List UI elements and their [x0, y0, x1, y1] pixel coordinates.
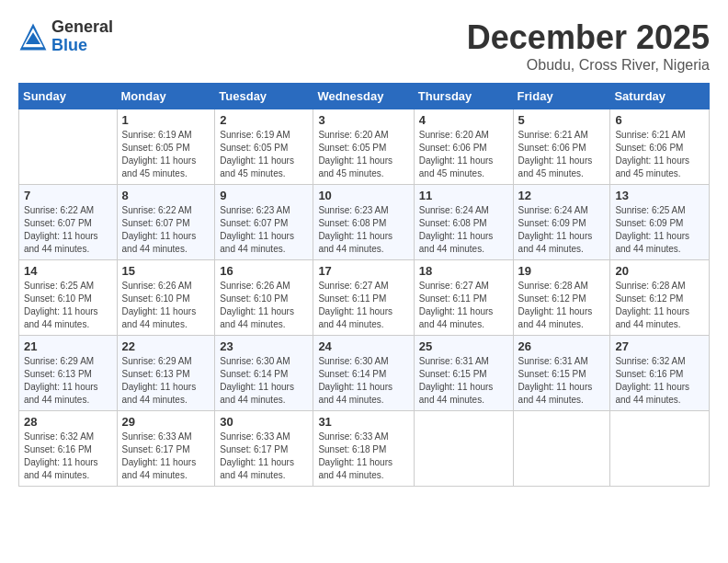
calendar-cell: 25Sunrise: 6:31 AMSunset: 6:15 PMDayligh… — [414, 336, 513, 411]
cell-info: Sunrise: 6:21 AMSunset: 6:06 PMDaylight:… — [518, 129, 606, 180]
day-number: 11 — [419, 189, 508, 202]
title-block: December 2025 Obudu, Cross River, Nigeri… — [467, 18, 710, 74]
calendar-cell: 10Sunrise: 6:23 AMSunset: 6:08 PMDayligh… — [313, 185, 414, 260]
calendar-cell: 11Sunrise: 6:24 AMSunset: 6:08 PMDayligh… — [414, 185, 513, 260]
calendar-cell: 15Sunrise: 6:26 AMSunset: 6:10 PMDayligh… — [117, 260, 215, 336]
cell-info: Sunrise: 6:19 AMSunset: 6:05 PMDaylight:… — [122, 129, 210, 180]
day-number: 24 — [318, 339, 408, 353]
day-number: 21 — [24, 339, 112, 353]
day-number: 5 — [518, 113, 606, 127]
weekday-header: Monday — [117, 84, 215, 109]
calendar-cell: 21Sunrise: 6:29 AMSunset: 6:13 PMDayligh… — [19, 336, 118, 411]
calendar-cell: 30Sunrise: 6:33 AMSunset: 6:17 PMDayligh… — [215, 411, 313, 487]
calendar-cell: 19Sunrise: 6:28 AMSunset: 6:12 PMDayligh… — [513, 260, 610, 336]
weekday-header: Friday — [513, 84, 610, 109]
day-number: 22 — [122, 339, 210, 353]
calendar-cell: 24Sunrise: 6:30 AMSunset: 6:14 PMDayligh… — [313, 336, 414, 411]
day-number: 20 — [615, 264, 704, 278]
logo-icon — [18, 22, 48, 52]
calendar-cell: 28Sunrise: 6:32 AMSunset: 6:16 PMDayligh… — [19, 411, 118, 487]
day-number: 7 — [24, 189, 112, 202]
day-number: 25 — [419, 339, 508, 353]
cell-info: Sunrise: 6:24 AMSunset: 6:08 PMDaylight:… — [419, 204, 508, 256]
day-number: 9 — [220, 189, 308, 202]
cell-info: Sunrise: 6:33 AMSunset: 6:17 PMDaylight:… — [220, 431, 308, 482]
day-number: 3 — [318, 113, 408, 127]
calendar-cell: 9Sunrise: 6:23 AMSunset: 6:07 PMDaylight… — [215, 185, 313, 260]
logo: General Blue — [18, 18, 113, 55]
calendar-cell: 1Sunrise: 6:19 AMSunset: 6:05 PMDaylight… — [117, 109, 215, 185]
logo-general-label: General — [51, 18, 113, 37]
calendar-cell: 26Sunrise: 6:31 AMSunset: 6:15 PMDayligh… — [513, 336, 610, 411]
day-number: 29 — [122, 415, 210, 429]
day-number: 6 — [615, 113, 704, 127]
calendar-cell: 23Sunrise: 6:30 AMSunset: 6:14 PMDayligh… — [215, 336, 313, 411]
cell-info: Sunrise: 6:25 AMSunset: 6:10 PMDaylight:… — [24, 280, 112, 331]
cell-info: Sunrise: 6:29 AMSunset: 6:13 PMDaylight:… — [122, 355, 210, 407]
day-number: 28 — [24, 415, 112, 429]
day-number: 19 — [518, 264, 606, 278]
cell-info: Sunrise: 6:29 AMSunset: 6:13 PMDaylight:… — [24, 355, 112, 407]
cell-info: Sunrise: 6:32 AMSunset: 6:16 PMDaylight:… — [615, 355, 704, 407]
calendar-cell: 16Sunrise: 6:26 AMSunset: 6:10 PMDayligh… — [215, 260, 313, 336]
cell-info: Sunrise: 6:31 AMSunset: 6:15 PMDaylight:… — [419, 355, 508, 407]
day-number: 31 — [318, 415, 408, 429]
cell-info: Sunrise: 6:22 AMSunset: 6:07 PMDaylight:… — [24, 204, 112, 256]
cell-info: Sunrise: 6:26 AMSunset: 6:10 PMDaylight:… — [122, 280, 210, 331]
cell-info: Sunrise: 6:32 AMSunset: 6:16 PMDaylight:… — [24, 431, 112, 482]
cell-info: Sunrise: 6:26 AMSunset: 6:10 PMDaylight:… — [220, 280, 308, 331]
calendar-cell: 18Sunrise: 6:27 AMSunset: 6:11 PMDayligh… — [414, 260, 513, 336]
calendar-cell: 20Sunrise: 6:28 AMSunset: 6:12 PMDayligh… — [610, 260, 710, 336]
cell-info: Sunrise: 6:25 AMSunset: 6:09 PMDaylight:… — [615, 204, 704, 256]
day-number: 30 — [220, 415, 308, 429]
calendar-cell: 31Sunrise: 6:33 AMSunset: 6:18 PMDayligh… — [313, 411, 414, 487]
cell-info: Sunrise: 6:33 AMSunset: 6:17 PMDaylight:… — [122, 431, 210, 482]
calendar-cell: 13Sunrise: 6:25 AMSunset: 6:09 PMDayligh… — [610, 185, 710, 260]
logo-text: General Blue — [51, 18, 113, 55]
location-label: Obudu, Cross River, Nigeria — [467, 57, 710, 74]
calendar-header-row: SundayMondayTuesdayWednesdayThursdayFrid… — [19, 84, 710, 109]
calendar-cell: 29Sunrise: 6:33 AMSunset: 6:17 PMDayligh… — [117, 411, 215, 487]
calendar-cell: 2Sunrise: 6:19 AMSunset: 6:05 PMDaylight… — [215, 109, 313, 185]
month-title: December 2025 — [467, 18, 710, 57]
calendar-cell: 6Sunrise: 6:21 AMSunset: 6:06 PMDaylight… — [610, 109, 710, 185]
weekday-header: Saturday — [610, 84, 710, 109]
cell-info: Sunrise: 6:22 AMSunset: 6:07 PMDaylight:… — [122, 204, 210, 256]
day-number: 14 — [24, 264, 112, 278]
cell-info: Sunrise: 6:23 AMSunset: 6:08 PMDaylight:… — [318, 204, 408, 256]
calendar-row: 7Sunrise: 6:22 AMSunset: 6:07 PMDaylight… — [19, 185, 710, 260]
day-number: 23 — [220, 339, 308, 353]
cell-info: Sunrise: 6:24 AMSunset: 6:09 PMDaylight:… — [518, 204, 606, 256]
calendar-cell: 3Sunrise: 6:20 AMSunset: 6:05 PMDaylight… — [313, 109, 414, 185]
day-number: 17 — [318, 264, 408, 278]
cell-info: Sunrise: 6:27 AMSunset: 6:11 PMDaylight:… — [419, 280, 508, 331]
calendar-cell: 7Sunrise: 6:22 AMSunset: 6:07 PMDaylight… — [19, 185, 118, 260]
day-number: 4 — [419, 113, 508, 127]
cell-info: Sunrise: 6:19 AMSunset: 6:05 PMDaylight:… — [220, 129, 308, 180]
day-number: 10 — [318, 189, 408, 202]
day-number: 13 — [615, 189, 704, 202]
calendar-cell: 22Sunrise: 6:29 AMSunset: 6:13 PMDayligh… — [117, 336, 215, 411]
calendar-row: 1Sunrise: 6:19 AMSunset: 6:05 PMDaylight… — [19, 109, 710, 185]
calendar-row: 14Sunrise: 6:25 AMSunset: 6:10 PMDayligh… — [19, 260, 710, 336]
calendar-cell — [610, 411, 710, 487]
calendar-cell: 4Sunrise: 6:20 AMSunset: 6:06 PMDaylight… — [414, 109, 513, 185]
calendar-cell: 14Sunrise: 6:25 AMSunset: 6:10 PMDayligh… — [19, 260, 118, 336]
cell-info: Sunrise: 6:30 AMSunset: 6:14 PMDaylight:… — [220, 355, 308, 407]
cell-info: Sunrise: 6:33 AMSunset: 6:18 PMDaylight:… — [318, 431, 408, 482]
cell-info: Sunrise: 6:27 AMSunset: 6:11 PMDaylight:… — [318, 280, 408, 331]
cell-info: Sunrise: 6:28 AMSunset: 6:12 PMDaylight:… — [518, 280, 606, 331]
calendar-row: 21Sunrise: 6:29 AMSunset: 6:13 PMDayligh… — [19, 336, 710, 411]
weekday-header: Tuesday — [215, 84, 313, 109]
calendar-row: 28Sunrise: 6:32 AMSunset: 6:16 PMDayligh… — [19, 411, 710, 487]
calendar-cell: 27Sunrise: 6:32 AMSunset: 6:16 PMDayligh… — [610, 336, 710, 411]
calendar-cell — [19, 109, 118, 185]
calendar-cell — [414, 411, 513, 487]
weekday-header: Wednesday — [313, 84, 414, 109]
cell-info: Sunrise: 6:23 AMSunset: 6:07 PMDaylight:… — [220, 204, 308, 256]
calendar-table: SundayMondayTuesdayWednesdayThursdayFrid… — [18, 83, 710, 487]
day-number: 1 — [122, 113, 210, 127]
day-number: 27 — [615, 339, 704, 353]
calendar-cell — [513, 411, 610, 487]
cell-info: Sunrise: 6:21 AMSunset: 6:06 PMDaylight:… — [615, 129, 704, 180]
